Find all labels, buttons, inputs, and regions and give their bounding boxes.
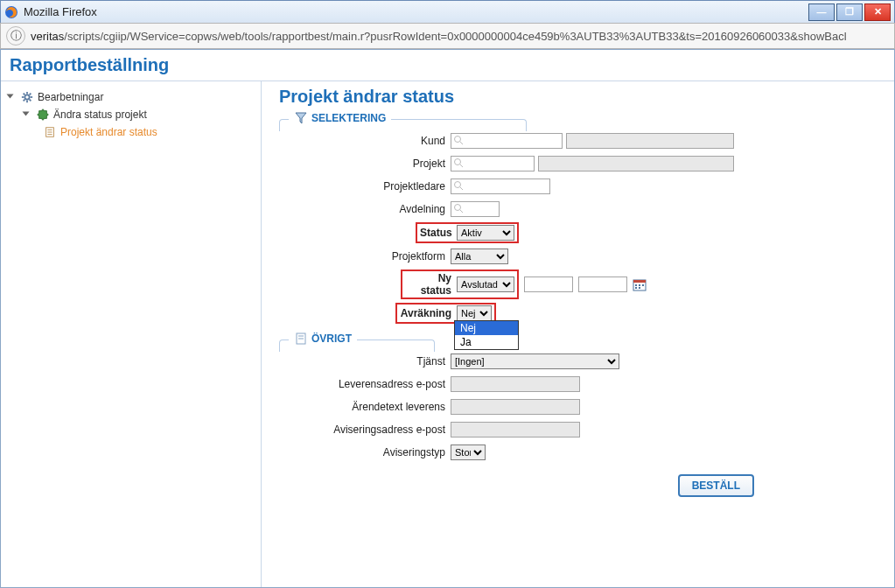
label-projektform: Projektform (297, 250, 445, 262)
avrakning-select[interactable]: Nej (457, 305, 492, 321)
svg-point-18 (455, 182, 461, 188)
close-button[interactable]: ✕ (864, 4, 891, 21)
expand-icon[interactable] (24, 110, 32, 119)
label-tjanst: Tjänst (297, 355, 445, 368)
form-ovrigt: Tjänst [Ingen] Leverensadress e-post Äre… (279, 352, 877, 462)
tree-node-leaf[interactable]: Projekt ändrar status (4, 123, 257, 141)
search-icon (453, 180, 464, 191)
tree-label-selected: Projekt ändrar status (60, 126, 157, 138)
arende-input[interactable] (451, 399, 580, 415)
svg-rect-28 (639, 287, 640, 289)
row-arende: Ärendetext leverens (297, 397, 877, 416)
document-icon (43, 125, 57, 139)
row-status: Status Aktiv (297, 222, 877, 243)
expand-icon[interactable] (8, 93, 17, 102)
svg-rect-23 (633, 280, 646, 283)
label-leveransadress: Leverensadress e-post (297, 378, 445, 390)
svg-line-7 (30, 100, 31, 102)
main-content: Projekt ändrar status SELEKTERING Kund P… (262, 81, 894, 587)
tree-node-root[interactable]: Bearbetningar (4, 88, 257, 106)
label-avdelning: Avdelning (297, 203, 445, 215)
dropdown-option-nej[interactable]: Nej (455, 321, 518, 335)
filter-icon (294, 111, 308, 125)
kund-input[interactable] (451, 133, 563, 149)
fieldset-ovrigt: ÖVRIGT (279, 340, 435, 352)
dropdown-option-ja[interactable]: Ja (455, 335, 518, 349)
tjanst-select[interactable]: [Ingen] (451, 354, 619, 369)
highlight-ny-status: Ny status Avslutad (401, 270, 519, 299)
maximize-button[interactable]: ❐ (836, 4, 863, 21)
label-arende: Ärendetext leverens (297, 401, 445, 413)
label-status: Status (420, 227, 451, 239)
svg-rect-27 (635, 287, 637, 289)
label-kund: Kund (297, 135, 445, 147)
label-ny-status: Ny status (405, 272, 451, 297)
label-projektledare: Projektledare (297, 180, 445, 192)
svg-rect-26 (642, 284, 644, 286)
tree-node-child[interactable]: Ändra status projekt (4, 106, 257, 123)
page: Rapportbeställning Bearbetningar Ändra s… (0, 49, 895, 588)
search-icon (453, 203, 464, 214)
row-tjanst: Tjänst [Ingen] (297, 352, 877, 371)
row-avdelning: Avdelning (297, 200, 877, 219)
window-title: Mozilla Firefox (24, 5, 808, 18)
aviseringstyp-select[interactable]: Stor (451, 444, 486, 460)
address-bar[interactable]: ⓘ veritas/scripts/cgiip/WService=copws/w… (0, 23, 895, 49)
svg-line-17 (460, 164, 463, 167)
row-leveransadress: Leverensadress e-post (297, 374, 877, 394)
row-aviseringsadress: Aviseringsadress e-post (297, 420, 877, 439)
button-row: BESTÄLL (279, 474, 877, 497)
form-selektering: Kund Projekt Projektledare Avdelning (279, 131, 877, 324)
highlight-status: Status Aktiv (416, 222, 519, 243)
projektledare-input[interactable] (451, 178, 550, 194)
svg-point-20 (455, 205, 461, 211)
date-from[interactable] (524, 276, 573, 292)
svg-point-1 (24, 94, 29, 99)
url-host: veritas (31, 30, 64, 43)
status-select[interactable]: Aktiv (457, 225, 514, 241)
minimize-button[interactable]: — (808, 4, 835, 21)
svg-line-6 (24, 94, 25, 95)
svg-line-21 (460, 210, 463, 213)
highlight-avrakning: Avräkning Nej Nej Ja (395, 303, 496, 324)
fieldset-selektering: SELEKTERING (279, 119, 527, 131)
label-projekt: Projekt (297, 158, 445, 170)
row-kund: Kund (297, 131, 877, 150)
projektform-select[interactable]: Alla (451, 248, 508, 264)
svg-line-9 (30, 94, 31, 95)
search-icon (453, 135, 464, 145)
legend-text: SELEKTERING (311, 112, 386, 124)
ny-status-select[interactable]: Avslutad (457, 276, 514, 292)
row-projekt: Projekt (297, 154, 877, 173)
date-to[interactable] (578, 276, 627, 292)
tree-label: Bearbetningar (38, 91, 103, 103)
label-aviseringsadress: Aviseringsadress e-post (297, 424, 445, 436)
projekt-desc (538, 156, 734, 172)
calendar-icon[interactable] (633, 277, 647, 291)
window-buttons: — ❐ ✕ (808, 4, 891, 21)
url-text: veritas/scripts/cgiip/WService=copws/web… (31, 30, 847, 43)
label-avrakning: Avräkning (400, 307, 451, 319)
svg-line-8 (24, 100, 25, 102)
url-path: /scripts/cgiip/WService=copws/web/tools/… (64, 30, 846, 43)
site-info-icon[interactable]: ⓘ (6, 26, 25, 46)
legend-ovrigt: ÖVRIGT (289, 332, 357, 346)
bestall-button[interactable]: BESTÄLL (678, 474, 754, 497)
svg-line-19 (460, 187, 463, 190)
app-title: Rapportbeställning (1, 50, 894, 81)
puzzle-icon (36, 108, 50, 122)
legend-selektering: SELEKTERING (289, 111, 391, 125)
row-avrakning: Avräkning Nej Nej Ja (297, 303, 877, 324)
svg-rect-25 (639, 284, 640, 286)
page-heading: Projekt ändrar status (279, 87, 877, 107)
legend-text: ÖVRIGT (311, 332, 352, 345)
firefox-icon (4, 5, 18, 19)
row-aviseringstyp: Aviseringstyp Stor (297, 443, 877, 462)
aviseringsadress-input[interactable] (451, 422, 580, 438)
leveransadress-input[interactable] (451, 376, 580, 392)
tree-label: Ändra status projekt (53, 108, 147, 121)
gear-icon (20, 90, 34, 104)
label-aviseringstyp: Aviseringstyp (297, 446, 445, 458)
svg-point-16 (455, 159, 461, 165)
avrakning-dropdown: Nej Ja (454, 320, 519, 350)
